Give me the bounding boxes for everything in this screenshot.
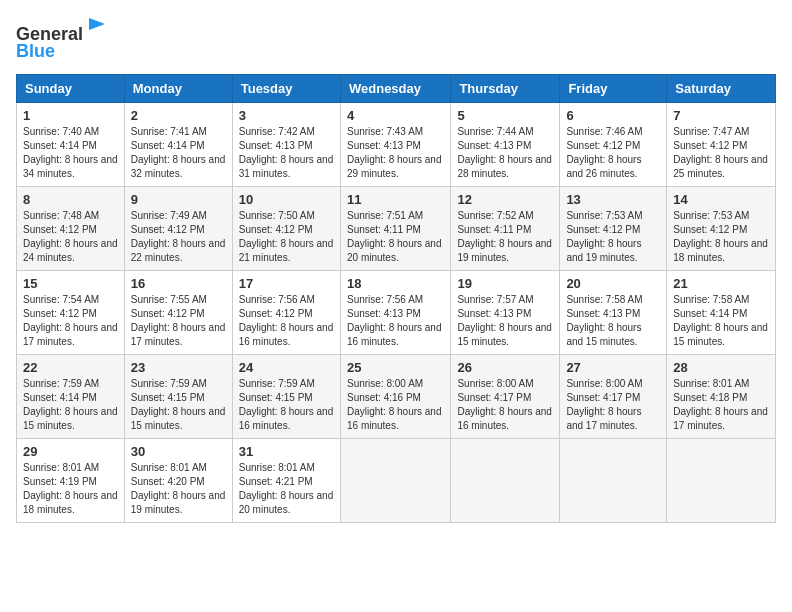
calendar-week-2: 8 Sunrise: 7:48 AMSunset: 4:12 PMDayligh… xyxy=(17,186,776,270)
calendar-cell: 11 Sunrise: 7:51 AMSunset: 4:11 PMDaylig… xyxy=(340,186,450,270)
calendar-body: 1 Sunrise: 7:40 AMSunset: 4:14 PMDayligh… xyxy=(17,102,776,522)
calendar-table: SundayMondayTuesdayWednesdayThursdayFrid… xyxy=(16,74,776,523)
day-number: 8 xyxy=(23,192,118,207)
weekday-sunday: Sunday xyxy=(17,74,125,102)
day-info: Sunrise: 7:43 AMSunset: 4:13 PMDaylight:… xyxy=(347,126,442,179)
weekday-thursday: Thursday xyxy=(451,74,560,102)
calendar-cell: 18 Sunrise: 7:56 AMSunset: 4:13 PMDaylig… xyxy=(340,270,450,354)
day-info: Sunrise: 7:46 AMSunset: 4:12 PMDaylight:… xyxy=(566,126,642,179)
calendar-cell: 26 Sunrise: 8:00 AMSunset: 4:17 PMDaylig… xyxy=(451,354,560,438)
day-number: 23 xyxy=(131,360,226,375)
day-info: Sunrise: 8:00 AMSunset: 4:17 PMDaylight:… xyxy=(457,378,552,431)
day-info: Sunrise: 7:52 AMSunset: 4:11 PMDaylight:… xyxy=(457,210,552,263)
logo-flag-icon xyxy=(85,16,109,40)
day-number: 10 xyxy=(239,192,334,207)
calendar-cell: 15 Sunrise: 7:54 AMSunset: 4:12 PMDaylig… xyxy=(17,270,125,354)
day-number: 1 xyxy=(23,108,118,123)
day-number: 26 xyxy=(457,360,553,375)
day-info: Sunrise: 7:56 AMSunset: 4:13 PMDaylight:… xyxy=(347,294,442,347)
day-number: 19 xyxy=(457,276,553,291)
day-number: 3 xyxy=(239,108,334,123)
day-info: Sunrise: 7:54 AMSunset: 4:12 PMDaylight:… xyxy=(23,294,118,347)
calendar-week-4: 22 Sunrise: 7:59 AMSunset: 4:14 PMDaylig… xyxy=(17,354,776,438)
day-info: Sunrise: 7:58 AMSunset: 4:14 PMDaylight:… xyxy=(673,294,768,347)
calendar-cell: 13 Sunrise: 7:53 AMSunset: 4:12 PMDaylig… xyxy=(560,186,667,270)
calendar-cell: 10 Sunrise: 7:50 AMSunset: 4:12 PMDaylig… xyxy=(232,186,340,270)
day-info: Sunrise: 7:49 AMSunset: 4:12 PMDaylight:… xyxy=(131,210,226,263)
day-info: Sunrise: 7:42 AMSunset: 4:13 PMDaylight:… xyxy=(239,126,334,179)
day-info: Sunrise: 8:01 AMSunset: 4:18 PMDaylight:… xyxy=(673,378,768,431)
day-info: Sunrise: 7:55 AMSunset: 4:12 PMDaylight:… xyxy=(131,294,226,347)
day-info: Sunrise: 7:48 AMSunset: 4:12 PMDaylight:… xyxy=(23,210,118,263)
calendar-cell: 28 Sunrise: 8:01 AMSunset: 4:18 PMDaylig… xyxy=(667,354,776,438)
day-number: 24 xyxy=(239,360,334,375)
calendar-cell: 16 Sunrise: 7:55 AMSunset: 4:12 PMDaylig… xyxy=(124,270,232,354)
day-info: Sunrise: 7:53 AMSunset: 4:12 PMDaylight:… xyxy=(673,210,768,263)
calendar-cell xyxy=(340,438,450,522)
day-info: Sunrise: 7:40 AMSunset: 4:14 PMDaylight:… xyxy=(23,126,118,179)
day-info: Sunrise: 8:01 AMSunset: 4:20 PMDaylight:… xyxy=(131,462,226,515)
day-info: Sunrise: 7:47 AMSunset: 4:12 PMDaylight:… xyxy=(673,126,768,179)
calendar-cell: 21 Sunrise: 7:58 AMSunset: 4:14 PMDaylig… xyxy=(667,270,776,354)
weekday-friday: Friday xyxy=(560,74,667,102)
calendar-cell: 9 Sunrise: 7:49 AMSunset: 4:12 PMDayligh… xyxy=(124,186,232,270)
day-info: Sunrise: 7:56 AMSunset: 4:12 PMDaylight:… xyxy=(239,294,334,347)
calendar-cell: 22 Sunrise: 7:59 AMSunset: 4:14 PMDaylig… xyxy=(17,354,125,438)
calendar-cell: 23 Sunrise: 7:59 AMSunset: 4:15 PMDaylig… xyxy=(124,354,232,438)
day-number: 2 xyxy=(131,108,226,123)
logo: General Blue xyxy=(16,16,109,62)
day-info: Sunrise: 7:58 AMSunset: 4:13 PMDaylight:… xyxy=(566,294,642,347)
day-info: Sunrise: 8:01 AMSunset: 4:19 PMDaylight:… xyxy=(23,462,118,515)
day-number: 11 xyxy=(347,192,444,207)
day-number: 31 xyxy=(239,444,334,459)
calendar-week-3: 15 Sunrise: 7:54 AMSunset: 4:12 PMDaylig… xyxy=(17,270,776,354)
calendar-week-1: 1 Sunrise: 7:40 AMSunset: 4:14 PMDayligh… xyxy=(17,102,776,186)
day-number: 27 xyxy=(566,360,660,375)
calendar-cell: 19 Sunrise: 7:57 AMSunset: 4:13 PMDaylig… xyxy=(451,270,560,354)
calendar-cell: 31 Sunrise: 8:01 AMSunset: 4:21 PMDaylig… xyxy=(232,438,340,522)
day-number: 16 xyxy=(131,276,226,291)
calendar-cell xyxy=(560,438,667,522)
day-number: 9 xyxy=(131,192,226,207)
day-info: Sunrise: 8:01 AMSunset: 4:21 PMDaylight:… xyxy=(239,462,334,515)
day-number: 15 xyxy=(23,276,118,291)
weekday-monday: Monday xyxy=(124,74,232,102)
calendar-cell: 14 Sunrise: 7:53 AMSunset: 4:12 PMDaylig… xyxy=(667,186,776,270)
calendar-cell: 8 Sunrise: 7:48 AMSunset: 4:12 PMDayligh… xyxy=(17,186,125,270)
day-number: 21 xyxy=(673,276,769,291)
weekday-tuesday: Tuesday xyxy=(232,74,340,102)
day-info: Sunrise: 7:59 AMSunset: 4:15 PMDaylight:… xyxy=(239,378,334,431)
calendar-cell: 29 Sunrise: 8:01 AMSunset: 4:19 PMDaylig… xyxy=(17,438,125,522)
day-number: 4 xyxy=(347,108,444,123)
calendar-cell: 7 Sunrise: 7:47 AMSunset: 4:12 PMDayligh… xyxy=(667,102,776,186)
day-info: Sunrise: 7:57 AMSunset: 4:13 PMDaylight:… xyxy=(457,294,552,347)
day-number: 29 xyxy=(23,444,118,459)
day-number: 20 xyxy=(566,276,660,291)
calendar-cell: 25 Sunrise: 8:00 AMSunset: 4:16 PMDaylig… xyxy=(340,354,450,438)
calendar-cell: 4 Sunrise: 7:43 AMSunset: 4:13 PMDayligh… xyxy=(340,102,450,186)
page-header: General Blue xyxy=(16,16,776,62)
day-number: 28 xyxy=(673,360,769,375)
weekday-wednesday: Wednesday xyxy=(340,74,450,102)
calendar-cell: 27 Sunrise: 8:00 AMSunset: 4:17 PMDaylig… xyxy=(560,354,667,438)
calendar-cell xyxy=(451,438,560,522)
day-info: Sunrise: 7:41 AMSunset: 4:14 PMDaylight:… xyxy=(131,126,226,179)
calendar-cell: 30 Sunrise: 8:01 AMSunset: 4:20 PMDaylig… xyxy=(124,438,232,522)
day-number: 7 xyxy=(673,108,769,123)
calendar-cell: 24 Sunrise: 7:59 AMSunset: 4:15 PMDaylig… xyxy=(232,354,340,438)
day-info: Sunrise: 7:50 AMSunset: 4:12 PMDaylight:… xyxy=(239,210,334,263)
calendar-cell: 12 Sunrise: 7:52 AMSunset: 4:11 PMDaylig… xyxy=(451,186,560,270)
logo-blue: Blue xyxy=(16,41,55,62)
calendar-cell xyxy=(667,438,776,522)
day-number: 6 xyxy=(566,108,660,123)
weekday-saturday: Saturday xyxy=(667,74,776,102)
calendar-cell: 1 Sunrise: 7:40 AMSunset: 4:14 PMDayligh… xyxy=(17,102,125,186)
calendar-cell: 3 Sunrise: 7:42 AMSunset: 4:13 PMDayligh… xyxy=(232,102,340,186)
day-info: Sunrise: 8:00 AMSunset: 4:16 PMDaylight:… xyxy=(347,378,442,431)
calendar-cell: 17 Sunrise: 7:56 AMSunset: 4:12 PMDaylig… xyxy=(232,270,340,354)
day-info: Sunrise: 8:00 AMSunset: 4:17 PMDaylight:… xyxy=(566,378,642,431)
svg-marker-0 xyxy=(89,18,105,30)
day-number: 12 xyxy=(457,192,553,207)
day-info: Sunrise: 7:51 AMSunset: 4:11 PMDaylight:… xyxy=(347,210,442,263)
calendar-cell: 2 Sunrise: 7:41 AMSunset: 4:14 PMDayligh… xyxy=(124,102,232,186)
